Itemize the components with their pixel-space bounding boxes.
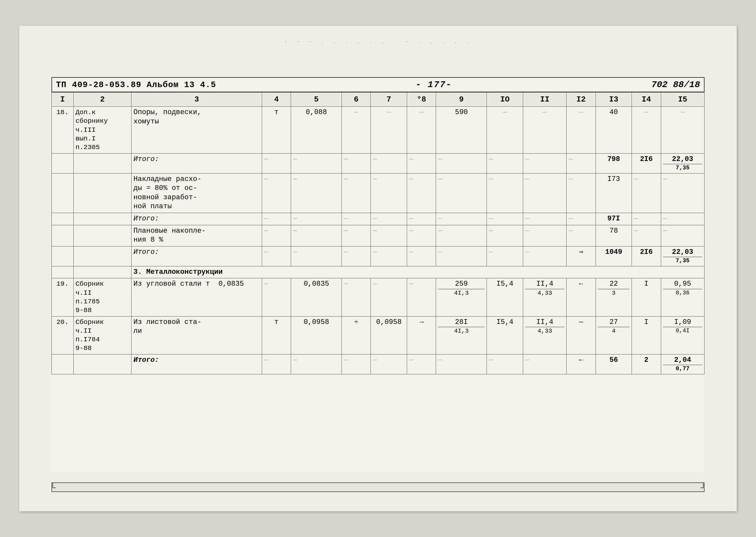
cell-19-3: Из угловой стали т 0,0835 — [132, 278, 262, 316]
itogo1-7: — — [371, 153, 407, 173]
naklad-7: — — [371, 173, 407, 213]
col-header-10: IO — [487, 93, 523, 107]
itogo2-3: Итого: — [132, 213, 262, 225]
cell-19-5: 0,0835 — [291, 278, 342, 316]
itogo3-10: — — [487, 246, 523, 266]
cell-20-3: Из листовой ста-ли — [132, 316, 262, 354]
itogo4-15: 2,04 0,77 — [661, 354, 704, 374]
cell-20-13: 27 4 — [596, 316, 632, 354]
itogo1-9: — — [436, 153, 487, 173]
planov-5: — — [291, 225, 342, 246]
cell-19-13: 22 3 — [596, 278, 632, 316]
naklad-2 — [73, 173, 131, 213]
cell-19-14: I — [632, 278, 661, 316]
itogo1-12: — — [567, 153, 596, 173]
cell-18-3: Опоры, подвески,хомуты — [132, 107, 262, 153]
table-row: Итого: — — — — — — — — — 798 2I6 22,03 7… — [52, 153, 704, 173]
planov-12: — — [567, 225, 596, 246]
cell-19-1: 19. — [52, 278, 74, 316]
naklad-3: Накладные расхо-ды = 80% от ос-новной за… — [132, 173, 262, 213]
col-header-7: 7 — [371, 93, 407, 107]
naklad-1 — [52, 173, 74, 213]
itogo2-10: — — [487, 213, 523, 225]
itogo2-7: — — [371, 213, 407, 225]
cell-18-4: т — [262, 107, 291, 153]
col-header-11: II — [523, 93, 567, 107]
planov-2 — [73, 225, 131, 246]
cell-20-9: 28I 4I,3 — [436, 316, 487, 354]
planov-3: Плановые накопле-ния 8 % — [132, 225, 262, 246]
itogo2-9: — — [436, 213, 487, 225]
itogo1-4: — — [262, 153, 291, 173]
cell-18-1: 18. — [52, 107, 74, 153]
planov-1 — [52, 225, 74, 246]
itogo4-13: 56 — [596, 354, 632, 374]
naklad-4: — — [262, 173, 291, 213]
itogo1-13: 798 — [596, 153, 632, 173]
naklad-11: — — [523, 173, 567, 213]
itogo4-5: — — [291, 354, 342, 374]
itogo1-11: — — [523, 153, 567, 173]
cell-19-2: Сборникч.IIп.17859-88 — [73, 278, 131, 316]
col-header-8: °8 — [407, 93, 436, 107]
itogo3-12: ⇒ — [567, 246, 596, 266]
table-row: Накладные расхо-ды = 80% от ос-новной за… — [52, 173, 704, 213]
table-row: 18. Доп.ксборникуч.IIIвып.Iп.2305 Опоры,… — [52, 107, 704, 153]
planov-14: — — [632, 225, 661, 246]
cell-19-4: — — [262, 278, 291, 316]
cell-19-6: — — [342, 278, 371, 316]
cell-20-4: т — [262, 316, 291, 354]
itogo3-6: — — [342, 246, 371, 266]
itogo4-4: — — [262, 354, 291, 374]
col-header-6: 6 — [342, 93, 371, 107]
itogo3-13: 1049 — [596, 246, 632, 266]
itogo2-11: — — [523, 213, 567, 225]
cell-18-11: — — [523, 107, 567, 153]
cell-20-14: I — [632, 316, 661, 354]
naklad-15: — — [661, 173, 704, 213]
itogo4-11: — — [523, 354, 567, 374]
sec3-2 — [73, 266, 131, 278]
itogo1-8: — — [407, 153, 436, 173]
itogo3-3: Итого: — [132, 246, 262, 266]
naklad-10: — — [487, 173, 523, 213]
column-header-row: I 2 3 4 5 6 7 °8 9 IO II I2 I3 I4 I5 — [52, 93, 704, 107]
itogo2-2 — [73, 213, 131, 225]
col-header-2: 2 — [73, 93, 131, 107]
cell-20-15: I,09 0,4I — [661, 316, 704, 354]
col-header-15: I5 — [661, 93, 704, 107]
itogo3-1 — [52, 246, 74, 266]
cell-20-8: → — [407, 316, 436, 354]
itogo3-15: 22,03 7,35 — [661, 246, 704, 266]
cell-18-10: — — [487, 107, 523, 153]
cell-20-5: 0,0958 — [291, 316, 342, 354]
document-title: ТП 409-28-053.89 Альбом 13 4.5 — [56, 80, 216, 90]
sec3-title: 3. Металлоконструкции — [132, 266, 704, 278]
col-header-12: I2 — [567, 93, 596, 107]
cell-19-12: ← — [567, 278, 596, 316]
planov-13: 78 — [596, 225, 632, 246]
itogo1-6: — — [342, 153, 371, 173]
itogo1-2 — [73, 153, 131, 173]
col-header-3: 3 — [132, 93, 262, 107]
col-header-13: I3 — [596, 93, 632, 107]
col-header-1: I — [52, 93, 74, 107]
decorative-header: - - - . . . . . . . - . . . . . — [84, 35, 672, 48]
cell-20-7: 0,0958 — [371, 316, 407, 354]
cell-18-12: — — [567, 107, 596, 153]
itogo4-12: ← — [567, 354, 596, 374]
itogo3-5: — — [291, 246, 342, 266]
itogo1-10: — — [487, 153, 523, 173]
itogo3-7: — — [371, 246, 407, 266]
itogo2-14: — — [632, 213, 661, 225]
table-row: Плановые накопле-ния 8 % — — — — — — — —… — [52, 225, 704, 246]
naklad-9: — — [436, 173, 487, 213]
cell-19-11: II,4 4,33 — [523, 278, 567, 316]
cell-18-14: — — [632, 107, 661, 153]
sec3-1 — [52, 266, 74, 278]
col-header-14: I4 — [632, 93, 661, 107]
cell-18-7: — — [371, 107, 407, 153]
itogo4-9: — — [436, 354, 487, 374]
bottom-right-bracket: ┘ — [700, 483, 706, 494]
col-header-9: 9 — [436, 93, 487, 107]
